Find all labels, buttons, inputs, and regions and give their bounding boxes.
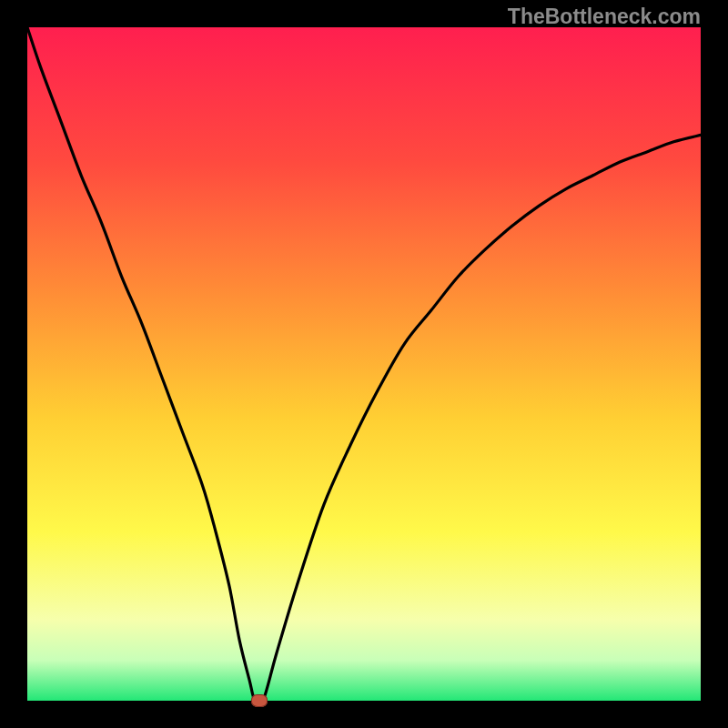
watermark-text: TheBottleneck.com — [508, 5, 701, 29]
plot-area — [27, 27, 701, 701]
curve-layer — [27, 27, 701, 701]
outer-frame: TheBottleneck.com — [0, 0, 728, 728]
optimal-point-marker — [251, 694, 268, 707]
bottleneck-curve — [27, 27, 701, 701]
